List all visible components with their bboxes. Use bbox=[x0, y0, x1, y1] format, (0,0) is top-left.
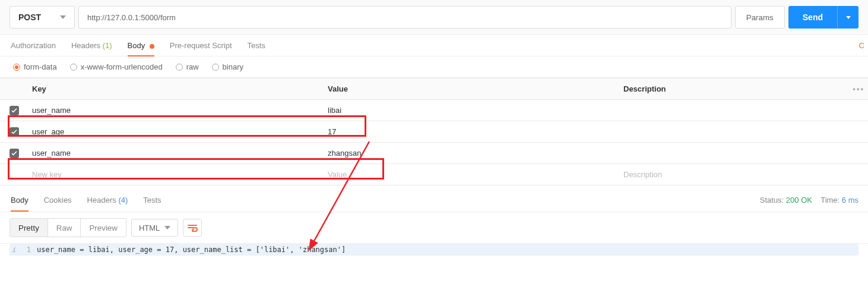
send-dropdown-button[interactable] bbox=[837, 6, 859, 29]
chevron-down-icon bbox=[846, 16, 851, 19]
time-label: Time: bbox=[821, 196, 840, 205]
view-raw-button[interactable]: Raw bbox=[48, 219, 81, 237]
kv-key-input[interactable] bbox=[32, 100, 321, 121]
tab-headers-label: Headers bbox=[71, 41, 100, 50]
radio-raw[interactable]: raw bbox=[176, 62, 199, 71]
radio-icon bbox=[176, 64, 183, 71]
status-label: Status: bbox=[760, 196, 784, 205]
response-status: Status: 200 OK Time: 6 ms bbox=[760, 196, 859, 205]
kv-desc-input[interactable] bbox=[623, 121, 864, 142]
tab-pre-request[interactable]: Pre-request Script bbox=[170, 36, 232, 55]
radio-icon bbox=[13, 64, 20, 71]
tab-headers-count: (1) bbox=[103, 41, 112, 50]
params-button[interactable]: Params bbox=[735, 6, 785, 29]
tab-body[interactable]: Body bbox=[128, 36, 154, 55]
send-button[interactable]: Send bbox=[788, 6, 837, 29]
kv-key-input[interactable] bbox=[32, 143, 321, 163]
kv-desc-input[interactable] bbox=[623, 164, 864, 185]
resp-tab-headers[interactable]: Headers (4) bbox=[87, 190, 128, 210]
kv-value-input[interactable] bbox=[328, 100, 616, 121]
tab-authorization[interactable]: Authorization bbox=[11, 36, 56, 55]
radio-binary[interactable]: binary bbox=[212, 62, 243, 71]
kv-header-value: Value bbox=[324, 78, 620, 99]
radio-form-data-label: form-data bbox=[24, 62, 57, 71]
kv-value-input[interactable] bbox=[328, 164, 616, 185]
radio-raw-label: raw bbox=[186, 62, 199, 71]
line-number: 1 bbox=[20, 246, 31, 254]
kv-header-key: Key bbox=[28, 78, 324, 99]
kv-more-icon[interactable]: ••• bbox=[853, 84, 864, 93]
kv-desc-input[interactable] bbox=[623, 143, 864, 163]
time-value: 6 ms bbox=[842, 196, 859, 205]
http-method-value: POST bbox=[18, 12, 41, 22]
kv-header-row: Key Value Description ••• bbox=[0, 78, 868, 100]
cookies-link[interactable]: C bbox=[859, 41, 864, 50]
resp-tab-headers-count: (4) bbox=[118, 196, 128, 205]
wrap-icon bbox=[187, 224, 198, 232]
kv-value-input[interactable] bbox=[328, 121, 616, 142]
radio-binary-label: binary bbox=[223, 62, 243, 71]
wrap-toggle-button[interactable] bbox=[183, 219, 202, 237]
radio-urlencoded[interactable]: x-www-form-urlencoded bbox=[70, 62, 163, 71]
response-body-text: user_name = libai, user_age = 17, user_n… bbox=[37, 246, 346, 254]
view-mode-segment: Pretty Raw Preview bbox=[9, 218, 126, 237]
tab-headers[interactable]: Headers (1) bbox=[71, 36, 112, 55]
radio-urlencoded-label: x-www-form-urlencoded bbox=[81, 62, 163, 71]
url-input[interactable] bbox=[78, 6, 731, 29]
kv-row bbox=[0, 143, 868, 164]
status-value: 200 OK bbox=[786, 196, 812, 205]
kv-desc-input[interactable] bbox=[623, 100, 864, 121]
checkbox[interactable] bbox=[9, 149, 19, 158]
response-language-select[interactable]: HTML bbox=[131, 219, 178, 237]
chevron-down-icon bbox=[164, 226, 170, 229]
view-preview-button[interactable]: Preview bbox=[81, 219, 125, 237]
radio-icon bbox=[70, 64, 77, 71]
kv-key-input[interactable] bbox=[32, 121, 321, 142]
tab-body-label: Body bbox=[128, 41, 145, 50]
http-method-select[interactable]: POST bbox=[9, 6, 75, 29]
info-icon: i bbox=[9, 246, 18, 254]
resp-tab-headers-label: Headers bbox=[87, 196, 116, 205]
kv-key-input[interactable] bbox=[32, 164, 321, 185]
radio-form-data[interactable]: form-data bbox=[13, 62, 57, 71]
response-body-line: i 1 user_name = libai, user_age = 17, us… bbox=[9, 244, 859, 256]
kv-row bbox=[0, 100, 868, 121]
chevron-down-icon bbox=[60, 15, 66, 19]
response-language-value: HTML bbox=[139, 224, 160, 232]
kv-row-new bbox=[0, 164, 868, 185]
resp-tab-tests[interactable]: Tests bbox=[143, 190, 161, 210]
view-pretty-button[interactable]: Pretty bbox=[10, 219, 48, 237]
radio-icon bbox=[212, 64, 219, 71]
kv-value-input[interactable] bbox=[328, 143, 616, 163]
tab-tests[interactable]: Tests bbox=[248, 36, 265, 55]
unsaved-dot-icon bbox=[150, 44, 154, 49]
resp-tab-body[interactable]: Body bbox=[11, 190, 28, 210]
kv-header-desc: Description bbox=[620, 78, 868, 99]
resp-tab-cookies[interactable]: Cookies bbox=[44, 190, 72, 210]
checkbox[interactable] bbox=[9, 106, 19, 115]
checkbox[interactable] bbox=[9, 127, 19, 137]
kv-row bbox=[0, 121, 868, 143]
